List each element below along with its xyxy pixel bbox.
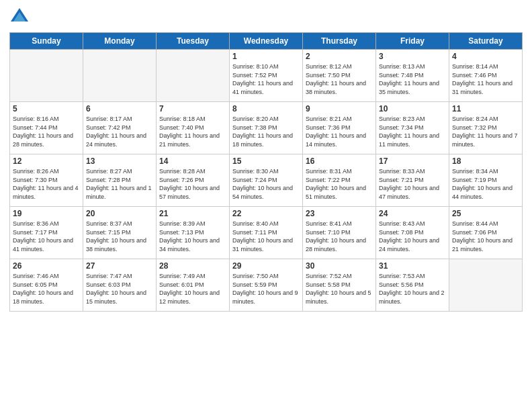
day-number: 15 xyxy=(232,156,300,166)
day-number: 30 xyxy=(306,261,373,271)
day-info: Sunrise: 8:21 AM Sunset: 7:36 PM Dayligh… xyxy=(306,115,373,148)
day-info: Sunrise: 8:23 AM Sunset: 7:34 PM Dayligh… xyxy=(379,115,446,148)
day-info: Sunrise: 8:17 AM Sunset: 7:42 PM Dayligh… xyxy=(86,115,153,148)
day-info: Sunrise: 7:46 AM Sunset: 6:05 PM Dayligh… xyxy=(13,272,80,306)
calendar-cell: 5Sunrise: 8:16 AM Sunset: 7:44 PM Daylig… xyxy=(10,102,83,154)
calendar: Sunday Monday Tuesday Wednesday Thursday… xyxy=(9,32,523,312)
calendar-cell: 23Sunrise: 8:41 AM Sunset: 7:10 PM Dayli… xyxy=(303,207,376,259)
calendar-cell: 14Sunrise: 8:28 AM Sunset: 7:26 PM Dayli… xyxy=(157,154,230,207)
day-info: Sunrise: 8:36 AM Sunset: 7:17 PM Dayligh… xyxy=(13,220,80,253)
calendar-cell: 6Sunrise: 8:17 AM Sunset: 7:42 PM Daylig… xyxy=(83,102,157,154)
calendar-cell: 16Sunrise: 8:31 AM Sunset: 7:22 PM Dayli… xyxy=(303,154,376,207)
day-number: 1 xyxy=(232,52,300,61)
day-number: 23 xyxy=(306,209,373,218)
day-info: Sunrise: 8:31 AM Sunset: 7:22 PM Dayligh… xyxy=(306,167,373,201)
day-info: Sunrise: 8:28 AM Sunset: 7:26 PM Dayligh… xyxy=(159,167,226,201)
logo-icon xyxy=(9,7,30,27)
calendar-week-1: 1Sunrise: 8:10 AM Sunset: 7:52 PM Daylig… xyxy=(10,50,523,102)
calendar-cell: 10Sunrise: 8:23 AM Sunset: 7:34 PM Dayli… xyxy=(376,102,449,154)
day-info: Sunrise: 8:30 AM Sunset: 7:24 PM Dayligh… xyxy=(232,167,300,201)
day-info: Sunrise: 7:50 AM Sunset: 5:59 PM Dayligh… xyxy=(232,272,300,306)
calendar-header: Sunday Monday Tuesday Wednesday Thursday… xyxy=(10,33,523,50)
day-info: Sunrise: 8:41 AM Sunset: 7:10 PM Dayligh… xyxy=(306,220,373,253)
day-info: Sunrise: 8:14 AM Sunset: 7:46 PM Dayligh… xyxy=(452,62,519,96)
calendar-cell: 7Sunrise: 8:18 AM Sunset: 7:40 PM Daylig… xyxy=(157,102,230,154)
calendar-cell xyxy=(157,50,230,102)
day-info: Sunrise: 8:44 AM Sunset: 7:06 PM Dayligh… xyxy=(452,220,519,253)
day-number: 13 xyxy=(86,156,153,166)
calendar-cell xyxy=(10,50,83,102)
calendar-cell: 15Sunrise: 8:30 AM Sunset: 7:24 PM Dayli… xyxy=(230,154,303,207)
calendar-week-4: 19Sunrise: 8:36 AM Sunset: 7:17 PM Dayli… xyxy=(10,207,523,259)
day-info: Sunrise: 8:37 AM Sunset: 7:15 PM Dayligh… xyxy=(86,220,153,253)
calendar-cell: 17Sunrise: 8:33 AM Sunset: 7:21 PM Dayli… xyxy=(376,154,449,207)
day-number: 3 xyxy=(379,52,446,61)
calendar-cell xyxy=(83,50,157,102)
day-number: 25 xyxy=(452,209,519,218)
calendar-body: 1Sunrise: 8:10 AM Sunset: 7:52 PM Daylig… xyxy=(10,50,523,312)
calendar-cell: 27Sunrise: 7:47 AM Sunset: 6:03 PM Dayli… xyxy=(83,259,157,312)
day-number: 14 xyxy=(159,156,226,166)
calendar-cell: 19Sunrise: 8:36 AM Sunset: 7:17 PM Dayli… xyxy=(10,207,83,259)
calendar-cell: 31Sunrise: 7:53 AM Sunset: 5:56 PM Dayli… xyxy=(376,259,449,312)
day-info: Sunrise: 8:12 AM Sunset: 7:50 PM Dayligh… xyxy=(306,62,373,96)
day-number: 9 xyxy=(306,104,373,113)
calendar-week-3: 12Sunrise: 8:26 AM Sunset: 7:30 PM Dayli… xyxy=(10,154,523,207)
day-number: 16 xyxy=(306,156,373,166)
header-monday: Monday xyxy=(83,33,157,50)
calendar-cell: 12Sunrise: 8:26 AM Sunset: 7:30 PM Dayli… xyxy=(10,154,83,207)
day-number: 20 xyxy=(86,209,153,218)
calendar-cell: 2Sunrise: 8:12 AM Sunset: 7:50 PM Daylig… xyxy=(303,50,376,102)
header-saturday: Saturday xyxy=(449,33,523,50)
day-info: Sunrise: 8:24 AM Sunset: 7:32 PM Dayligh… xyxy=(452,115,519,148)
calendar-cell: 3Sunrise: 8:13 AM Sunset: 7:48 PM Daylig… xyxy=(376,50,449,102)
day-number: 26 xyxy=(13,261,80,271)
day-number: 5 xyxy=(13,104,80,113)
header-wednesday: Wednesday xyxy=(230,33,303,50)
calendar-cell: 1Sunrise: 8:10 AM Sunset: 7:52 PM Daylig… xyxy=(230,50,303,102)
day-number: 18 xyxy=(452,156,519,166)
calendar-cell: 24Sunrise: 8:43 AM Sunset: 7:08 PM Dayli… xyxy=(376,207,449,259)
calendar-cell: 20Sunrise: 8:37 AM Sunset: 7:15 PM Dayli… xyxy=(83,207,157,259)
day-info: Sunrise: 8:26 AM Sunset: 7:30 PM Dayligh… xyxy=(13,167,80,201)
header-friday: Friday xyxy=(376,33,449,50)
calendar-cell: 9Sunrise: 8:21 AM Sunset: 7:36 PM Daylig… xyxy=(303,102,376,154)
calendar-cell: 11Sunrise: 8:24 AM Sunset: 7:32 PM Dayli… xyxy=(449,102,523,154)
day-info: Sunrise: 7:47 AM Sunset: 6:03 PM Dayligh… xyxy=(86,272,153,306)
day-number: 4 xyxy=(452,52,519,61)
day-number: 27 xyxy=(86,261,153,271)
calendar-cell: 18Sunrise: 8:34 AM Sunset: 7:19 PM Dayli… xyxy=(449,154,523,207)
calendar-cell: 21Sunrise: 8:39 AM Sunset: 7:13 PM Dayli… xyxy=(157,207,230,259)
calendar-cell: 8Sunrise: 8:20 AM Sunset: 7:38 PM Daylig… xyxy=(230,102,303,154)
header-tuesday: Tuesday xyxy=(157,33,230,50)
day-number: 6 xyxy=(86,104,153,113)
day-info: Sunrise: 8:10 AM Sunset: 7:52 PM Dayligh… xyxy=(232,62,300,96)
day-number: 17 xyxy=(379,156,446,166)
day-number: 10 xyxy=(379,104,446,113)
day-number: 8 xyxy=(232,104,300,113)
day-number: 21 xyxy=(159,209,226,218)
day-info: Sunrise: 7:49 AM Sunset: 6:01 PM Dayligh… xyxy=(159,272,226,306)
day-info: Sunrise: 8:18 AM Sunset: 7:40 PM Dayligh… xyxy=(159,115,226,148)
day-info: Sunrise: 8:40 AM Sunset: 7:11 PM Dayligh… xyxy=(232,220,300,253)
day-number: 2 xyxy=(306,52,373,61)
day-info: Sunrise: 8:16 AM Sunset: 7:44 PM Dayligh… xyxy=(13,115,80,148)
day-number: 29 xyxy=(232,261,300,271)
calendar-cell: 22Sunrise: 8:40 AM Sunset: 7:11 PM Dayli… xyxy=(230,207,303,259)
day-info: Sunrise: 8:13 AM Sunset: 7:48 PM Dayligh… xyxy=(379,62,446,96)
day-number: 19 xyxy=(13,209,80,218)
calendar-cell: 26Sunrise: 7:46 AM Sunset: 6:05 PM Dayli… xyxy=(10,259,83,312)
day-info: Sunrise: 8:39 AM Sunset: 7:13 PM Dayligh… xyxy=(159,220,226,253)
day-number: 24 xyxy=(379,209,446,218)
header-sunday: Sunday xyxy=(10,33,83,50)
calendar-week-2: 5Sunrise: 8:16 AM Sunset: 7:44 PM Daylig… xyxy=(10,102,523,154)
calendar-cell: 4Sunrise: 8:14 AM Sunset: 7:46 PM Daylig… xyxy=(449,50,523,102)
page-container: Sunday Monday Tuesday Wednesday Thursday… xyxy=(0,0,532,411)
day-info: Sunrise: 8:20 AM Sunset: 7:38 PM Dayligh… xyxy=(232,115,300,148)
header xyxy=(9,7,523,27)
calendar-week-5: 26Sunrise: 7:46 AM Sunset: 6:05 PM Dayli… xyxy=(10,259,523,312)
calendar-cell: 13Sunrise: 8:27 AM Sunset: 7:28 PM Dayli… xyxy=(83,154,157,207)
day-number: 31 xyxy=(379,261,446,271)
day-info: Sunrise: 8:33 AM Sunset: 7:21 PM Dayligh… xyxy=(379,167,446,201)
day-number: 28 xyxy=(159,261,226,271)
